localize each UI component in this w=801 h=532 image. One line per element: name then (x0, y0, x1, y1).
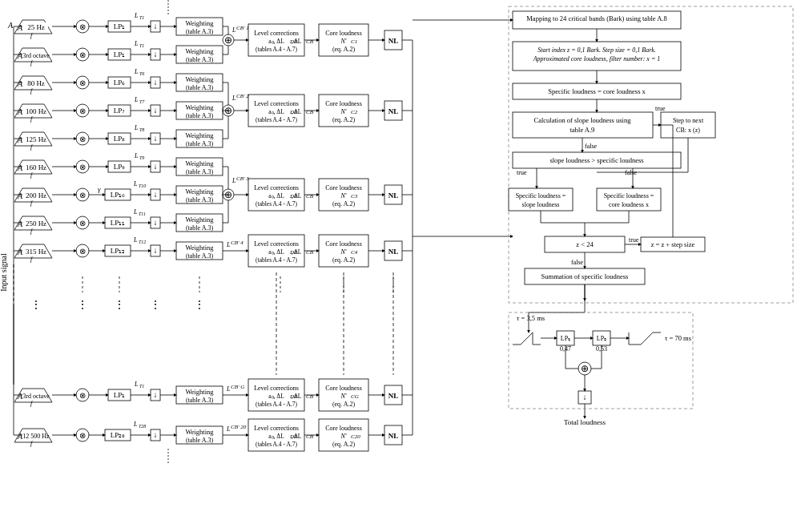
svg-text:25 Hz: 25 Hz (27, 23, 45, 31)
svg-text:(table A.3): (table A.3) (186, 252, 214, 260)
svg-text:C20: C20 (351, 433, 360, 440)
svg-text:⋮: ⋮ (77, 299, 88, 311)
svg-text:z = z + step size: z = z + step size (651, 240, 695, 248)
svg-text:L: L (134, 96, 139, 103)
svg-text:false: false (625, 169, 638, 176)
svg-text:Start index z = 0,1 Bark. Step: Start index z = 0,1 Bark. Step size = 0,… (537, 46, 656, 54)
svg-text:Core loudness: Core loudness (325, 30, 362, 37)
svg-text:NL: NL (388, 37, 399, 45)
svg-text:3rd octave: 3rd octave (22, 52, 50, 59)
svg-text:, ΔL: , ΔL (292, 38, 302, 45)
svg-text:⊗: ⊗ (79, 219, 86, 228)
diagram-container: Input signal A 25 Hz f ⊗ LP₁ L T1 ↓ Weig… (0, 0, 801, 532)
svg-text:LP₁₂: LP₁₂ (111, 247, 126, 255)
tau1-label: τ = 3,5 ms (517, 314, 545, 322)
svg-text:↓: ↓ (154, 246, 158, 255)
svg-text:C4: C4 (351, 249, 358, 256)
svg-text:LP₁: LP₁ (114, 22, 126, 30)
svg-text:Weighting: Weighting (185, 103, 214, 111)
svg-text:⊗: ⊗ (79, 107, 86, 115)
svg-text:L: L (133, 421, 138, 428)
svg-text:Level corrections: Level corrections (254, 240, 299, 248)
svg-text:C1: C1 (351, 38, 357, 45)
svg-text:(eq. A.2): (eq. A.2) (332, 200, 356, 208)
svg-text:↓: ↓ (583, 393, 587, 401)
svg-text:slope loudness > specific loud: slope loudness > specific loudness (549, 156, 643, 164)
svg-text:N': N' (340, 393, 346, 400)
svg-text:Calculation of slope loudness : Calculation of slope loudness using (534, 116, 632, 124)
svg-text:Specific loudness = core loudn: Specific loudness = core loudness x (548, 87, 646, 95)
svg-text:CB: CB (306, 433, 314, 440)
tau2-label: τ = 70 ms (665, 334, 691, 342)
svg-text:CG: CG (351, 393, 359, 400)
svg-text:⊗: ⊗ (79, 50, 86, 59)
svg-text:(table A.3): (table A.3) (186, 224, 214, 232)
svg-text:Level corrections: Level corrections (254, 425, 299, 432)
svg-text:N': N' (340, 192, 346, 200)
svg-text:T10: T10 (139, 183, 146, 188)
svg-text:L: L (134, 381, 139, 388)
svg-text:↓: ↓ (154, 106, 158, 115)
svg-text:slope loudness: slope loudness (522, 201, 560, 208)
svg-text:(eq. A.2): (eq. A.2) (332, 441, 356, 448)
svg-text:⋮: ⋮ (150, 299, 161, 311)
svg-text:Summation of specific loudness: Summation of specific loudness (541, 272, 629, 280)
svg-text:N': N' (340, 108, 346, 115)
svg-text:CB' 1: CB' 1 (236, 25, 249, 31)
svg-text:⊗: ⊗ (79, 431, 86, 440)
svg-text:(table A.3): (table A.3) (186, 140, 214, 147)
svg-text:L: L (133, 208, 138, 216)
svg-text:LP₁: LP₁ (561, 335, 570, 342)
svg-text:CB: CB (306, 249, 314, 256)
svg-text:LP₁₀: LP₁₀ (111, 191, 126, 199)
svg-text:z < 24: z < 24 (576, 240, 594, 248)
total-loudness-label: Total loudness (564, 418, 606, 426)
svg-text:⊗: ⊗ (79, 247, 86, 256)
svg-text:Core loudness: Core loudness (325, 184, 362, 191)
svg-text:Weighting: Weighting (185, 131, 214, 139)
svg-text:(eq. A.2): (eq. A.2) (332, 256, 356, 264)
svg-text:false: false (571, 259, 584, 266)
svg-text:↓: ↓ (154, 162, 158, 171)
svg-text:(table A.3): (table A.3) (186, 112, 214, 119)
svg-text:Level corrections: Level corrections (254, 100, 299, 107)
svg-text:(tables A.4 - A.7): (tables A.4 - A.7) (256, 116, 297, 123)
svg-text:N': N' (340, 433, 346, 440)
svg-text:CB' G: CB' G (231, 384, 244, 390)
svg-text:LP₁: LP₁ (114, 50, 126, 58)
svg-text:(eq. A.2): (eq. A.2) (332, 116, 356, 123)
svg-text:Weighting: Weighting (185, 216, 214, 224)
svg-text:315 Hz: 315 Hz (26, 248, 46, 256)
block-diagram-svg: Input signal A 25 Hz f ⊗ LP₁ L T1 ↓ Weig… (0, 0, 801, 532)
svg-text:Core loudness: Core loudness (325, 425, 362, 432)
svg-text:↓: ↓ (154, 78, 158, 87)
svg-text:NL: NL (388, 107, 399, 115)
svg-text:3rd octave: 3rd octave (22, 393, 50, 400)
svg-text:L: L (134, 12, 139, 19)
svg-text:false: false (585, 143, 598, 150)
svg-text:Weighting: Weighting (185, 187, 214, 195)
svg-text:160 Hz: 160 Hz (26, 163, 46, 171)
svg-text:LP₁₁: LP₁₁ (111, 219, 126, 227)
svg-text:Weighting: Weighting (185, 388, 214, 396)
svg-text:Weighting: Weighting (185, 428, 214, 436)
svg-text:(tables A.4 - A.7): (tables A.4 - A.7) (256, 401, 297, 408)
svg-text:L: L (133, 180, 138, 187)
svg-text:Weighting: Weighting (185, 75, 214, 83)
svg-text:L: L (134, 152, 139, 159)
svg-text:L: L (134, 124, 139, 131)
svg-text:LP₈: LP₈ (114, 135, 126, 143)
svg-text:Core loudness: Core loudness (325, 240, 362, 248)
svg-text:, ΔL: , ΔL (292, 108, 302, 115)
svg-text:⊗: ⊗ (79, 391, 86, 400)
svg-text:(tables A.4 - A.7): (tables A.4 - A.7) (256, 441, 297, 448)
svg-text:true: true (629, 236, 639, 244)
svg-text:Weighting: Weighting (185, 159, 214, 167)
svg-text:CB: x (z): CB: x (z) (676, 127, 700, 134)
svg-text:C3: C3 (351, 193, 358, 200)
svg-text:(tables A.4 - A.7): (tables A.4 - A.7) (256, 46, 297, 53)
svg-text:Level corrections: Level corrections (254, 184, 299, 191)
svg-text:↓: ↓ (154, 190, 158, 199)
svg-text:CB: CB (306, 393, 314, 400)
svg-text:NL: NL (388, 392, 399, 400)
